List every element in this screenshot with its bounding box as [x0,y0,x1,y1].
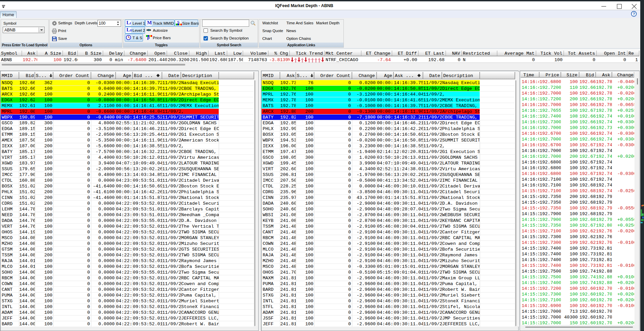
svg-text:?: ? [633,12,635,16]
